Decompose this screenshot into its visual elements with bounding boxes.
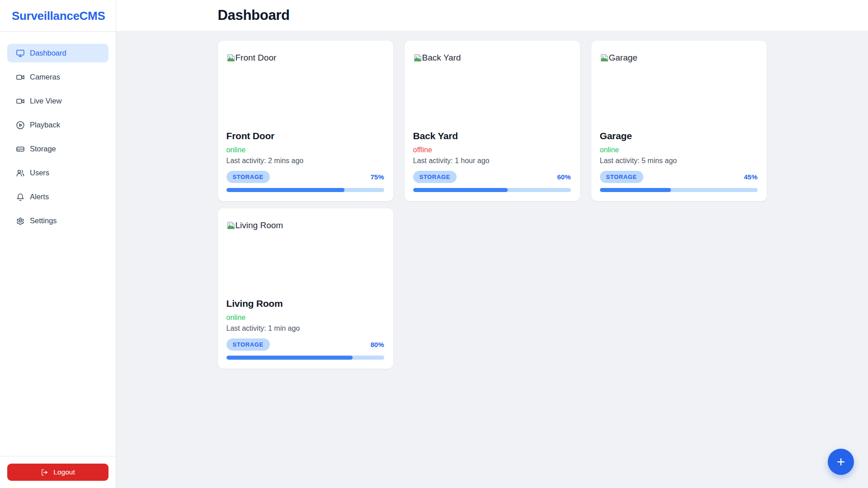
broken-image-icon	[226, 221, 236, 230]
logout-section: Logout	[0, 456, 116, 488]
storage-badge: STORAGE	[226, 338, 270, 351]
camera-alt-text: Front Door	[236, 53, 277, 63]
camera-grid: Front Door Front Door online Last activi…	[218, 41, 767, 369]
sidebar-item-users[interactable]: Users	[7, 164, 108, 182]
sidebar-item-label: Settings	[30, 216, 57, 225]
camera-last-activity: Last activity: 1 hour ago	[413, 157, 571, 165]
camera-snapshot-broken-image: Living Room	[226, 217, 384, 295]
sidebar-nav: Dashboard Cameras Live View Playback Sto	[0, 32, 116, 456]
camera-snapshot-broken-image: Garage	[600, 49, 758, 127]
storage-progress-bar	[226, 188, 384, 192]
sidebar-item-cameras[interactable]: Cameras	[7, 68, 108, 86]
camera-status: online	[226, 146, 384, 154]
camera-status: offline	[413, 146, 571, 154]
camera-alt-text: Living Room	[236, 221, 283, 230]
storage-percent: 75%	[370, 173, 384, 181]
sidebar-item-label: Storage	[30, 145, 56, 153]
storage-bar-fill	[600, 188, 671, 192]
storage-bar-fill	[413, 188, 508, 192]
content-area: Front Door Front Door online Last activi…	[116, 31, 868, 488]
sidebar-item-label: Playback	[30, 121, 60, 129]
camera-alt-text: Back Yard	[422, 53, 461, 63]
camera-card[interactable]: Front Door Front Door online Last activi…	[218, 41, 393, 201]
sidebar-item-alerts[interactable]: Alerts	[7, 188, 108, 206]
broken-image-icon	[413, 53, 422, 62]
sidebar-item-live-view[interactable]: Live View	[7, 92, 108, 110]
bell-icon	[16, 192, 25, 202]
logout-label: Logout	[53, 468, 75, 476]
sidebar-item-label: Alerts	[30, 192, 49, 201]
sidebar-item-dashboard[interactable]: Dashboard	[7, 44, 108, 62]
main-area: Dashboard Front Door Front Door online L…	[116, 0, 868, 488]
camera-card[interactable]: Garage Garage online Last activity: 5 mi…	[591, 41, 767, 201]
sidebar-item-label: Cameras	[30, 73, 60, 81]
users-icon	[16, 169, 25, 178]
camera-name: Back Yard	[413, 131, 571, 141]
top-bar: Dashboard	[116, 0, 868, 31]
camera-alt-text: Garage	[609, 53, 637, 63]
plus-icon: +	[837, 455, 845, 469]
video-camera-icon	[16, 97, 25, 106]
storage-progress-bar	[413, 188, 571, 192]
storage-badge: STORAGE	[226, 171, 270, 183]
storage-percent: 60%	[557, 173, 571, 181]
camera-snapshot-broken-image: Front Door	[226, 49, 384, 127]
camera-last-activity: Last activity: 5 mins ago	[600, 157, 758, 165]
video-camera-icon	[16, 73, 25, 82]
monitor-icon	[16, 49, 25, 58]
broken-image-icon	[600, 53, 609, 62]
camera-name: Garage	[600, 131, 758, 141]
gear-icon	[16, 216, 25, 225]
storage-progress-bar	[600, 188, 758, 192]
storage-bar-fill	[226, 188, 345, 192]
camera-card[interactable]: Living Room Living Room online Last acti…	[218, 208, 393, 369]
logout-button[interactable]: Logout	[7, 464, 108, 481]
storage-percent: 80%	[370, 341, 384, 348]
sidebar-item-settings[interactable]: Settings	[7, 211, 108, 230]
storage-badge: STORAGE	[413, 171, 457, 183]
storage-percent: 45%	[744, 173, 757, 181]
logout-icon	[41, 469, 48, 476]
camera-status: online	[226, 314, 384, 322]
sidebar-item-label: Live View	[30, 97, 61, 105]
logo-wrap: SurveillanceCMS	[0, 0, 116, 31]
app-logo: SurveillanceCMS	[12, 9, 104, 23]
add-camera-fab[interactable]: +	[828, 449, 854, 475]
storage-progress-bar	[226, 356, 384, 360]
storage-badge: STORAGE	[600, 171, 643, 183]
hard-drive-icon	[16, 145, 25, 154]
camera-name: Front Door	[226, 131, 384, 141]
camera-name: Living Room	[226, 298, 384, 309]
camera-snapshot-broken-image: Back Yard	[413, 49, 571, 127]
sidebar-item-label: Users	[30, 169, 49, 177]
sidebar-item-storage[interactable]: Storage	[7, 140, 108, 158]
play-circle-icon	[16, 121, 25, 130]
page-title: Dashboard	[218, 7, 767, 23]
sidebar-item-label: Dashboard	[30, 49, 66, 57]
camera-status: online	[600, 146, 758, 154]
camera-last-activity: Last activity: 1 min ago	[226, 324, 384, 333]
broken-image-icon	[226, 53, 236, 62]
camera-card[interactable]: Back Yard Back Yard offline Last activit…	[405, 41, 580, 201]
sidebar-item-playback[interactable]: Playback	[7, 116, 108, 134]
sidebar: SurveillanceCMS Dashboard Cameras Live V…	[0, 0, 116, 488]
storage-bar-fill	[226, 356, 353, 360]
camera-last-activity: Last activity: 2 mins ago	[226, 157, 384, 165]
